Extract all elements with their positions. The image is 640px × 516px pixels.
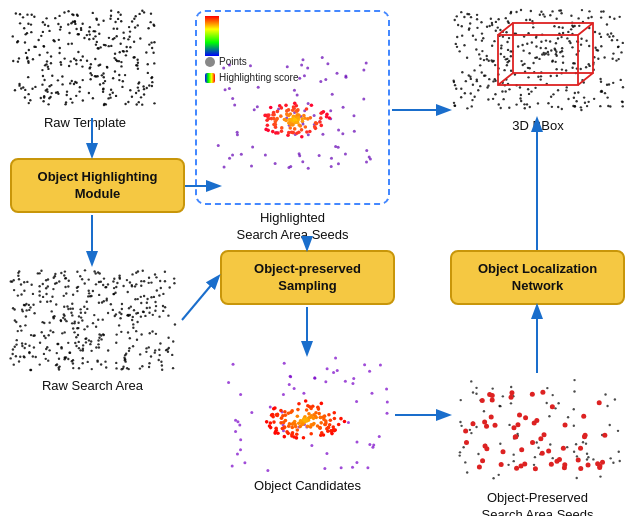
3dbbox-label: 3D BBox [448,118,628,135]
object-candidates-label: Object Candidates [220,478,395,495]
gradient-bar [205,16,219,56]
raw-search-pointcloud [5,265,180,375]
object-candidates-pointcloud [220,355,395,475]
preserved-seeds-pointcloud [450,375,625,485]
raw-search-label: Raw Search Area [5,378,180,395]
highlighted-label: HighlightedSearch Area Seeds [200,210,385,244]
highlighted-pointcloud [215,55,375,175]
diagram: Raw Template 1 0 Points Highlighting sco… [0,0,640,516]
object-localization-network-box[interactable]: Object LocalizationNetwork [450,250,625,305]
raw-template-label: Raw Template [5,115,165,132]
object-highlighting-module-box[interactable]: Object HighlightingModule [10,158,185,213]
svg-line-4 [182,277,218,320]
preserved-seeds-label: Object-PreservedSearch Area Seeds [440,490,635,516]
object-preserved-sampling-box[interactable]: Object-preservedSampling [220,250,395,305]
3dbbox-pointcloud [448,5,628,115]
raw-template-pointcloud [5,5,165,115]
